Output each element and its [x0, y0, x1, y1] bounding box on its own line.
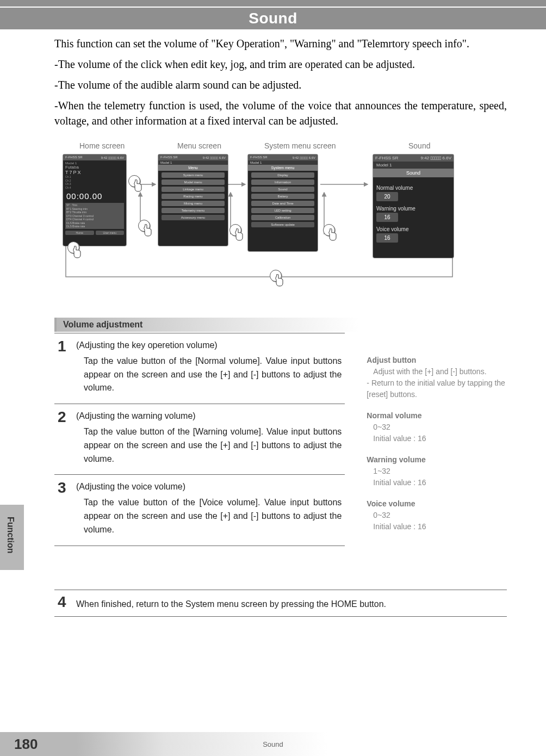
sys-item-information: Information	[251, 179, 314, 185]
step-1: 1 (Adjusting the key operetion volume) T…	[54, 333, 345, 404]
sys-item-software: Software update	[251, 222, 314, 227]
menu-item-linkage: Linkage menu	[162, 187, 225, 192]
menu-title: Menu	[158, 165, 228, 171]
step-2: 2 (Adjusting the warning volume) Tap the…	[54, 404, 345, 474]
note-adjust-l2: - Return to the initial value by tapping…	[367, 377, 507, 400]
home-footer-usermenu: User menu	[96, 231, 125, 235]
home-timer: 00:00.00	[66, 191, 124, 201]
footer-band: Sound	[0, 732, 546, 756]
nav-label-system: System menu screen	[264, 141, 336, 150]
sound-voice-label: Voice volume	[376, 226, 450, 232]
tap-hand-icon	[138, 220, 150, 232]
step-2-title: (Adjusting the warning volume)	[76, 410, 342, 423]
home-footer-home: Home	[65, 231, 94, 235]
intro-p3: -The volume of the audible alarm sound c…	[54, 77, 507, 92]
sidebar-label: Function	[5, 517, 15, 554]
topbar	[0, 0, 546, 7]
home-screen-thumb: F-FHSS SR 9:42 ▯▯▯▯▯ 6.6V Model 1 Futaba…	[63, 154, 126, 246]
sys-item-led: LED setting	[251, 208, 314, 213]
tap-hand-icon	[323, 224, 335, 236]
sound-model: Model 1	[373, 162, 454, 169]
menu-item-accessory: Accessory menu	[162, 215, 225, 220]
intro-p1: This function can set the volume of "Key…	[54, 36, 507, 51]
system-title: System menu	[248, 165, 318, 171]
note-warning-title: Warning volume	[367, 454, 507, 466]
note-adjust-l1: Adjust with the [+] and [-] buttons.	[367, 366, 507, 377]
sys-item-datetime: Date and Time	[251, 201, 314, 206]
sys-item-battery: Battery	[251, 194, 314, 199]
note-voice-l1: 0~32	[367, 510, 507, 521]
home-header-right: 9:42 ▯▯▯▯▯ 6.6V	[101, 156, 124, 159]
note-warning-l2: Initial value : 16	[367, 477, 507, 488]
page-number: 180	[14, 736, 38, 753]
step-num-1: 1	[58, 339, 76, 395]
step-3-title: (Adjusting the voice volume)	[76, 480, 342, 494]
menu-header-right: 9:42 ▯▯▯▯▯ 6.6V	[203, 156, 226, 159]
menu-model: Model 1	[158, 160, 228, 165]
step-2-text: Tap the value button of the [Warning vol…	[76, 425, 342, 466]
volume-adjustment-section: Volume adjustment 1 (Adjusting the key o…	[54, 318, 507, 546]
step-4: 4 When finished, return to the System me…	[54, 590, 507, 617]
menu-item-mixing: Mixing menu	[162, 201, 225, 206]
page-title-bar: Sound	[0, 8, 546, 29]
menu-screen-thumb: F-FHSS SR 9:42 ▯▯▯▯▯ 6.6V Model 1 Menu S…	[158, 154, 228, 246]
sys-item-display: Display	[251, 172, 314, 178]
sound-header-left: F-FHSS SR	[375, 156, 398, 160]
tap-hand-icon	[128, 175, 140, 187]
menu-item-system: System menu	[162, 172, 225, 178]
nav-label-menu: Menu screen	[177, 141, 221, 150]
sys-header-right: 9:42 ▯▯▯▯▯ 6.6V	[293, 156, 315, 159]
system-screen-thumb: F-FHSS SR 9:42 ▯▯▯▯▯ 6.6V Model 1 System…	[248, 154, 318, 251]
step-num-4: 4	[58, 594, 76, 611]
section-heading: Volume adjustment	[54, 318, 359, 332]
sys-model: Model 1	[248, 160, 318, 165]
sys-item-calibration: Calibration	[251, 215, 314, 220]
sound-voice-value: 16	[376, 233, 398, 243]
home-header-left: F-FHSS SR	[65, 156, 83, 159]
note-normal-l1: 0~32	[367, 422, 507, 433]
home-ch4: Ch.4	[65, 186, 124, 190]
sound-screen-thumb: F-FHSS SR 9:42 ▯▯▯▯▯ 6.6V Model 1 Sound …	[373, 154, 454, 258]
menu-item-model: Model menu	[162, 179, 225, 185]
step-3-text: Tap the value button of the [Voice volum…	[76, 496, 342, 536]
note-normal-title: Normal volume	[367, 410, 507, 422]
intro-text: This function can set the volume of "Key…	[54, 36, 507, 128]
note-adjust-title: Adjust button	[367, 355, 507, 366]
sys-item-sound: Sound	[251, 187, 314, 192]
step-3: 3 (Adjusting the voice volume) Tap the v…	[54, 474, 345, 546]
menu-item-racing: Racing menu	[162, 194, 225, 199]
step-1-text: Tap the value button of the [Normal volu…	[76, 355, 342, 395]
nav-label-home: Home screen	[79, 141, 125, 150]
menu-header-left: F-FHSS SR	[160, 156, 178, 159]
navigation-diagram: Home screen Menu screen System menu scre…	[58, 141, 504, 296]
intro-p4: -When the telemetry function is used, th…	[54, 98, 507, 128]
sound-warning-value: 16	[376, 213, 398, 222]
home-brand: Futaba	[65, 165, 124, 170]
intro-p2: -The volume of the click when edit key, …	[54, 57, 507, 72]
tap-hand-icon	[270, 270, 282, 282]
note-warning-l1: 1~32	[367, 466, 507, 477]
step-num-2: 2	[58, 410, 76, 466]
sys-header-left: F-FHSS SR	[250, 156, 268, 159]
footer-label: Sound	[0, 740, 546, 748]
nav-label-sound: Sound	[408, 141, 430, 150]
step-4-text: When finished, return to the System menu…	[76, 599, 386, 609]
home-line: T7PX	[65, 170, 124, 175]
sound-header-right: 9:42 ▯▯▯▯▯ 6.6V	[421, 156, 451, 160]
step-num-3: 3	[58, 480, 76, 536]
sound-warning-label: Warning volume	[376, 206, 450, 212]
sound-normal-value: 20	[376, 192, 398, 201]
menu-item-telemetry: Telemetry menu	[162, 208, 225, 213]
note-normal-l2: Initial value : 16	[367, 433, 507, 444]
sound-normal-label: Normal volume	[376, 185, 450, 191]
content-area: This function can set the volume of "Key…	[0, 29, 546, 296]
tap-hand-icon	[229, 224, 241, 236]
step-1-title: (Adjusting the key operetion volume)	[76, 339, 342, 352]
note-voice-title: Voice volume	[367, 498, 507, 510]
sound-title: Sound	[373, 169, 454, 177]
note-voice-l2: Initial value : 16	[367, 521, 507, 532]
home-sub6: DLS Brake rate	[66, 225, 123, 228]
side-notes: Adjust button Adjust with the [+] and [-…	[367, 333, 507, 542]
